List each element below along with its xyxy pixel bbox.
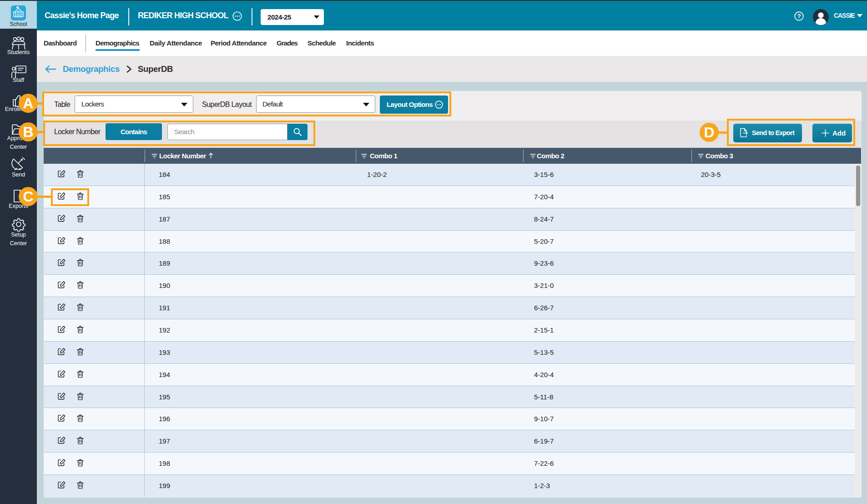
svg-text:?: ? bbox=[797, 13, 801, 20]
